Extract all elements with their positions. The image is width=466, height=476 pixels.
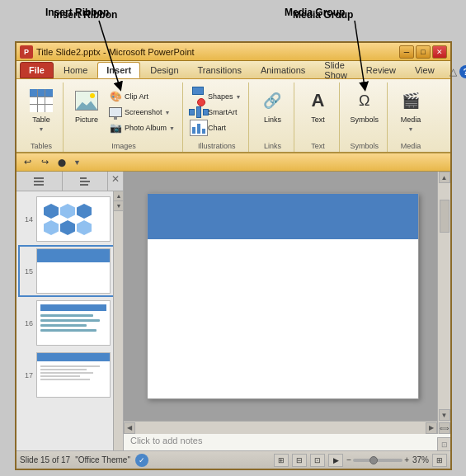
picture-button[interactable]: Picture (70, 86, 103, 126)
close-panel-button[interactable]: ✕ (108, 172, 123, 186)
symbols-content: Ω Symbols (346, 84, 382, 140)
scroll-right-button[interactable]: ▶ (426, 422, 437, 434)
ribbon-group-tables: Table ▼ Tables (20, 82, 64, 152)
hex5 (60, 220, 75, 235)
links-button[interactable]: 🔗 Links (256, 86, 289, 126)
fit-to-window-button[interactable]: ⊞ (432, 454, 447, 467)
table-button[interactable]: Table ▼ (25, 86, 58, 134)
clipart-label: Clip Art (125, 92, 148, 101)
chart-icon (192, 121, 205, 134)
circle-shape (197, 98, 205, 106)
qat-dropdown[interactable]: ▼ (73, 158, 81, 167)
tables-group-label: Tables (31, 140, 52, 152)
slidesorter-view-button[interactable]: ⊟ (292, 454, 307, 467)
tab-transitions[interactable]: Transitions (189, 62, 251, 78)
hex1 (44, 204, 59, 219)
tab-animations[interactable]: Animations (252, 62, 314, 78)
slide-num-17: 17 (21, 371, 33, 379)
ribbon-collapse-icon[interactable]: △ (450, 66, 457, 78)
links-group-label: Links (264, 140, 281, 152)
symbols-button[interactable]: Ω Symbols (346, 86, 382, 126)
reading-view-button[interactable]: ⊡ (310, 454, 325, 467)
scroll-left-button[interactable]: ◀ (124, 422, 135, 434)
shapes-button[interactable]: Shapes ▼ (190, 89, 243, 104)
slide-canvas[interactable] (147, 193, 419, 399)
tab-slideshow[interactable]: Slide Show (315, 62, 356, 78)
tab-file[interactable]: File (20, 62, 54, 78)
slide-thumb-17[interactable]: 17 (20, 351, 120, 399)
slide-thumb-15[interactable]: 15 (20, 247, 120, 295)
status-icons: ✓ (135, 454, 148, 467)
undo-button[interactable]: ↩ (20, 155, 35, 170)
panel-scroll-down[interactable]: ▼ (114, 201, 124, 211)
chart-button[interactable]: Chart (190, 120, 243, 135)
tab-insert[interactable]: Insert (97, 62, 140, 78)
photoalbum-button[interactable]: 📷 Photo Album ▼ (106, 120, 177, 135)
outline-tab[interactable] (63, 172, 109, 191)
ribbon-group-symbols: Ω Symbols Symbols (341, 82, 388, 152)
hex2 (60, 204, 75, 219)
zoom-slider[interactable]: − + (346, 455, 409, 464)
title-bar: P Title Slide2.pptx - Microsoft PowerPoi… (16, 43, 450, 61)
tab-view[interactable]: View (406, 62, 444, 78)
slides-list: 14 15 (16, 191, 123, 450)
zoom-track[interactable] (353, 459, 402, 462)
minimize-button[interactable]: ─ (399, 45, 414, 59)
shapes-icon (192, 90, 205, 103)
scroll-down-button[interactable]: ▼ (439, 409, 450, 421)
screenshot-dropdown-arrow: ▼ (165, 110, 171, 115)
normal-view-button[interactable]: ⊞ (274, 454, 289, 467)
zoom-in-icon[interactable]: + (404, 455, 409, 464)
clipart-button[interactable]: 🎨 Clip Art (106, 89, 177, 104)
media-button[interactable]: 🎬 Media ▼ (394, 86, 427, 134)
slide-thumb-14[interactable]: 14 (20, 195, 120, 243)
quick-access-toolbar: ↩ ↪ ⬤ ▼ (16, 153, 450, 172)
scroll-expand-button[interactable]: ⟺ (439, 422, 450, 434)
zoom-thumb (370, 456, 378, 464)
slideshow-view-button[interactable]: ▶ (328, 454, 343, 467)
scroll-track-h[interactable] (135, 423, 426, 433)
window-title: Title Slide2.pptx - Microsoft PowerPoint (36, 47, 195, 57)
clipart-icon: 🎨 (109, 90, 122, 103)
help-button[interactable]: ? (459, 65, 466, 78)
maximize-button[interactable]: □ (416, 45, 431, 59)
scroll-track-v[interactable] (439, 183, 450, 409)
s17-line1 (40, 365, 100, 367)
slide16-header (40, 304, 106, 311)
table-cell (30, 105, 37, 112)
slide-thumb-16[interactable]: 16 (20, 299, 120, 347)
table-cell (38, 97, 45, 105)
tab-home[interactable]: Home (54, 62, 96, 78)
zoom-out-icon[interactable]: − (346, 455, 351, 464)
slide-body-area (148, 239, 418, 398)
media-label: Media (401, 115, 421, 125)
panel-scroll-up[interactable]: ▲ (114, 191, 124, 201)
screenshot-button[interactable]: Screenshot ▼ (106, 105, 177, 120)
ribbon-group-illustrations: Shapes ▼ SmartArt (185, 82, 249, 152)
scroll-up-button[interactable]: ▲ (439, 172, 450, 183)
resize-corner[interactable]: ⊡ (437, 437, 450, 450)
text-label: Text (311, 115, 325, 125)
links-label: Links (264, 115, 281, 125)
close-button[interactable]: ✕ (432, 45, 447, 59)
outline-line (80, 181, 90, 182)
slide-header-area (148, 194, 418, 239)
s16-line4 (40, 329, 96, 332)
tab-design[interactable]: Design (141, 62, 187, 78)
photoalbum-label: Photo Album (125, 124, 167, 132)
slide-num-15: 15 (21, 267, 33, 276)
shapes-dropdown-arrow: ▼ (236, 94, 242, 100)
qat-extra-button[interactable]: ⬤ (54, 155, 69, 170)
redo-button[interactable]: ↪ (37, 155, 52, 170)
tab-review[interactable]: Review (357, 62, 405, 78)
ribbon-group-images: Picture 🎨 Clip Art Screenshot ▼ (65, 82, 183, 152)
shapes-label: Shapes (208, 92, 233, 101)
slide-num-14: 14 (21, 215, 33, 224)
slides-tab[interactable] (16, 172, 63, 191)
smartart-button[interactable]: SmartArt (190, 105, 243, 120)
slide-preview-14 (36, 196, 111, 242)
s17-line3 (40, 372, 93, 374)
text-button[interactable]: A Text (301, 86, 334, 126)
hex3 (77, 204, 92, 219)
s17-line2 (40, 369, 87, 370)
